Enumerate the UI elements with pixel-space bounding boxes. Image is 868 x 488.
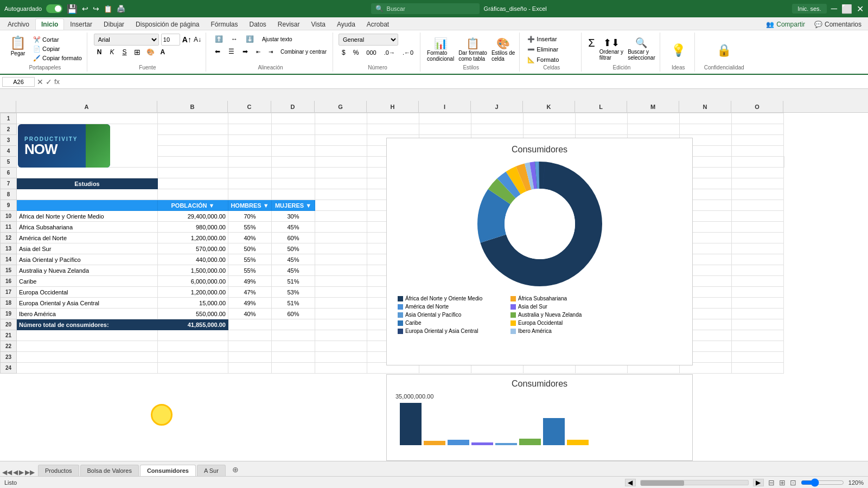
scrollbar-horizontal-right[interactable]: ▶: [753, 479, 764, 486]
tab-inicio[interactable]: Inicio: [35, 18, 64, 30]
user-button[interactable]: Inic. ses.: [792, 4, 826, 14]
scrollbar-horizontal-left[interactable]: ◀: [625, 479, 636, 486]
region-africa-norte[interactable]: África del Norte y Oriente Medio: [17, 211, 158, 222]
border-button[interactable]: ⊞: [132, 47, 143, 57]
col-header-A[interactable]: A: [16, 101, 157, 112]
underline-button[interactable]: S: [119, 47, 130, 57]
view-layout-icon[interactable]: ⊞: [779, 478, 786, 487]
col-header-L[interactable]: L: [575, 101, 627, 112]
undo-icon[interactable]: ↩: [82, 4, 88, 13]
col-header-D[interactable]: D: [271, 101, 315, 112]
conditional-format-button[interactable]: 📊 Formatocondicional: [426, 36, 455, 63]
insert-button[interactable]: ➕ Insertar: [525, 35, 578, 44]
chart-consumidores-bar[interactable]: Consumidores 35,000,000.00: [386, 374, 693, 461]
sheet-tab-navigation-left[interactable]: ◀◀ ◀ ▶ ▶▶: [2, 468, 35, 476]
format-button[interactable]: 📐 Formato: [525, 55, 578, 65]
fill-color-button[interactable]: 🎨: [144, 48, 157, 56]
cut-button[interactable]: ✂️ Cortar: [31, 36, 84, 44]
cell-reference-input[interactable]: [2, 77, 35, 87]
tab-vista[interactable]: Vista: [306, 19, 331, 30]
align-middle-button[interactable]: ↔️: [228, 34, 241, 44]
decrease-font-icon[interactable]: A↓: [194, 36, 201, 43]
col-header-G[interactable]: G: [315, 101, 367, 112]
col-header-K[interactable]: K: [523, 101, 575, 112]
confidentiality-button[interactable]: 🔒: [716, 42, 732, 59]
tab-archivo[interactable]: Archivo: [2, 19, 35, 30]
col-header-N[interactable]: N: [679, 101, 731, 112]
align-right-button[interactable]: ➡: [239, 46, 251, 57]
number-format-select[interactable]: General: [339, 34, 398, 46]
autosave-toggle[interactable]: [46, 4, 62, 13]
sheet-tab-productos[interactable]: Productos: [38, 465, 79, 476]
quick-access-icon[interactable]: 📋: [104, 5, 112, 13]
formula-input[interactable]: [62, 77, 866, 87]
italic-button[interactable]: K: [106, 47, 117, 57]
status-bar: Listo ◀ ▶ ⊟ ⊞ ⊡ 120%: [0, 476, 868, 488]
align-center-button[interactable]: ☰: [225, 46, 238, 57]
zoom-slider[interactable]: [801, 478, 844, 487]
sheet-tab-consumidores[interactable]: Consumidores: [140, 465, 196, 476]
increase-decimal-button[interactable]: .0→: [381, 48, 398, 57]
scrollbar-horizontal-track[interactable]: [640, 480, 749, 485]
col-header-C[interactable]: C: [228, 101, 271, 112]
tab-ayuda[interactable]: Ayuda: [331, 19, 361, 30]
col-header-M[interactable]: M: [627, 101, 679, 112]
chart-consumidores-donut[interactable]: Consumidores: [386, 138, 693, 365]
align-top-button[interactable]: ⬆️: [212, 34, 226, 44]
share-button[interactable]: 👥Compartir: [762, 19, 809, 30]
increase-indent-button[interactable]: ⇥: [265, 47, 276, 56]
align-bottom-button[interactable]: ⬇️: [242, 34, 257, 44]
view-normal-icon[interactable]: ⊟: [768, 478, 775, 487]
tab-revisar[interactable]: Revisar: [272, 19, 305, 30]
align-left-button[interactable]: ⬅: [212, 46, 224, 57]
delete-button[interactable]: ➖ Eliminar: [525, 45, 578, 54]
col-header-J[interactable]: J: [471, 101, 523, 112]
font-size-input[interactable]: [161, 34, 180, 46]
decrease-indent-button[interactable]: ⇤: [253, 47, 264, 56]
wrap-text-button[interactable]: Ajustar texto: [259, 34, 296, 44]
format-painter-button[interactable]: 🖌️ Copiar formato: [31, 54, 84, 62]
tab-datos[interactable]: Datos: [244, 19, 272, 30]
percent-button[interactable]: %: [350, 47, 362, 58]
search-bar[interactable]: 🔍 Buscar: [371, 3, 480, 14]
font-family-select[interactable]: Arial: [94, 34, 159, 46]
col-header-O[interactable]: O: [731, 101, 783, 112]
check-formula-icon[interactable]: ✓: [46, 78, 52, 86]
col-header-I[interactable]: I: [419, 101, 471, 112]
paste-button[interactable]: 📋 Pegar: [7, 34, 29, 58]
decrease-decimal-button[interactable]: .←0: [399, 48, 417, 57]
minimize-icon[interactable]: ─: [831, 4, 837, 14]
comments-button[interactable]: 💬Comentarios: [810, 19, 866, 30]
tab-dibujar[interactable]: Dibujar: [98, 19, 130, 30]
sheet-tab-bolsa[interactable]: Bolsa de Valores: [80, 465, 139, 476]
tab-insertar[interactable]: Insertar: [65, 19, 98, 30]
thousands-button[interactable]: 000: [363, 48, 379, 57]
currency-button[interactable]: $: [339, 47, 349, 58]
expand-formula-icon[interactable]: ✕: [37, 78, 43, 86]
tab-formulas[interactable]: Fórmulas: [205, 19, 243, 30]
redo-icon[interactable]: ↪: [93, 4, 99, 13]
sheet-tab-asur[interactable]: A Sur: [197, 465, 226, 476]
tab-acrobat[interactable]: Acrobat: [361, 19, 394, 30]
autosum-button[interactable]: Σ: [587, 36, 596, 50]
print-icon[interactable]: 🖨️: [117, 5, 125, 13]
font-color-button[interactable]: A: [158, 48, 168, 56]
col-header-H[interactable]: H: [367, 101, 419, 112]
restore-icon[interactable]: ⬜: [841, 4, 852, 14]
find-select-button[interactable]: 🔍 Buscar yseleccionar: [627, 36, 656, 62]
copy-button[interactable]: 📄 Copiar: [31, 45, 84, 53]
sort-filter-button[interactable]: ⬆⬇ Ordenar yfiltrar: [598, 36, 624, 62]
format-as-table-button[interactable]: 📋 Dar formatocomo tabla: [457, 36, 488, 63]
add-sheet-button[interactable]: ⊕: [227, 463, 244, 476]
bold-button[interactable]: N: [94, 47, 105, 57]
tab-disposicion[interactable]: Disposición de página: [130, 19, 205, 30]
close-icon[interactable]: ✕: [857, 4, 864, 14]
save-icon[interactable]: 💾: [67, 4, 78, 14]
merge-center-button[interactable]: Combinar y centrar: [278, 47, 329, 56]
col-header-B[interactable]: B: [157, 101, 228, 112]
increase-font-icon[interactable]: A↑: [182, 35, 192, 44]
ideas-button[interactable]: 💡: [670, 42, 687, 59]
view-page-break-icon[interactable]: ⊡: [790, 478, 796, 487]
insert-function-icon[interactable]: fx: [54, 78, 60, 86]
cell-styles-button[interactable]: 🎨 Estilos decelda: [490, 36, 516, 63]
